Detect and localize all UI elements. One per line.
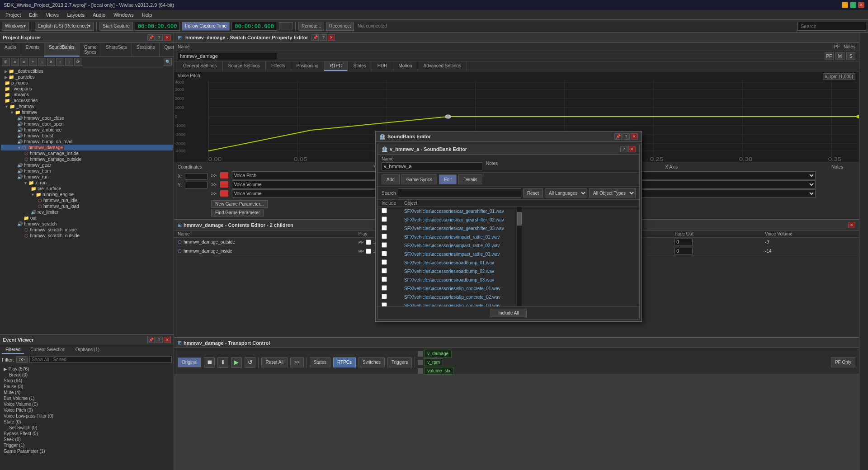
- sbe-checkbox-5[interactable]: [382, 242, 387, 248]
- sbe-file-path-12[interactable]: SFX\vehicles\accessories\slip_concrete_0…: [404, 303, 513, 307]
- ce-close-button[interactable]: ✕: [848, 222, 855, 228]
- tree-item-rev-limiter[interactable]: 🔊 rev_limiter: [1, 209, 173, 215]
- pe-tab-sessions[interactable]: Sessions: [132, 43, 160, 56]
- ce-fadeout-input-1[interactable]: [675, 239, 693, 245]
- sbe-type-dropdown[interactable]: All Object Types: [589, 188, 636, 197]
- menu-project[interactable]: Project: [2, 11, 24, 19]
- menu-views[interactable]: Views: [42, 11, 62, 19]
- ev-pin-button[interactable]: 📌: [147, 337, 155, 343]
- sbe-checkbox-8[interactable]: [382, 268, 387, 273]
- sbe-file-path-7[interactable]: SFX\vehicles\accessories\roadbump_01.wav: [404, 260, 513, 265]
- prop-help-button[interactable]: ?: [320, 34, 327, 41]
- sbe-file-path-6[interactable]: SFX\vehicles\accessories\impact_rattle_0…: [404, 252, 513, 257]
- close-button[interactable]: ✕: [858, 2, 864, 8]
- ev-seek[interactable]: Seek (0): [2, 437, 172, 442]
- axis-arrow-3[interactable]: >>: [211, 191, 217, 196]
- pe-help-button[interactable]: ?: [156, 34, 163, 41]
- tab-advanced-settings[interactable]: Advanced Settings: [418, 61, 467, 71]
- ev-mute[interactable]: Mute (4): [2, 390, 172, 395]
- tab-source-settings[interactable]: Source Settings: [223, 61, 266, 71]
- rtpcs-button[interactable]: RTPCs: [333, 357, 356, 367]
- sbe-file-path-2[interactable]: SFX\vehicles\accessories\car_gearshifter…: [404, 217, 513, 222]
- tree-item-run-idle[interactable]: ⬡ hmmwv_run_idle: [1, 197, 173, 203]
- pe-tool-5[interactable]: −: [38, 58, 46, 66]
- pe-tool-1[interactable]: ⊞: [2, 58, 10, 66]
- start-capture-button[interactable]: Start Capture: [99, 22, 132, 31]
- tree-item-damage-outside[interactable]: ⬡ hmmwv_damage_outside: [1, 156, 173, 162]
- minimize-button[interactable]: ─: [842, 2, 848, 8]
- y-input[interactable]: [185, 182, 208, 188]
- follow-capture-button[interactable]: Follow Capture Time: [182, 22, 230, 31]
- sbe-file-path-10[interactable]: SFX\vehicles\accessories\slip_concrete_0…: [404, 286, 513, 291]
- pf-only-button[interactable]: PF Only: [831, 357, 855, 367]
- sbe-outer-close-button[interactable]: ✕: [631, 133, 638, 140]
- sbe-help-button[interactable]: ?: [623, 133, 630, 140]
- sbe-reset-button[interactable]: Reset: [523, 188, 543, 197]
- language-dropdown[interactable]: English (US) (Reference)▾: [35, 22, 94, 31]
- tree-item-ropes[interactable]: 📁 p_ropes: [1, 80, 173, 86]
- sbe-file-path-1[interactable]: SFX\vehicles\accessories\car_gearshifter…: [404, 209, 513, 214]
- sbe-search-input[interactable]: [398, 188, 521, 197]
- tc-pause-button[interactable]: ⏸: [217, 357, 228, 368]
- menu-help[interactable]: Help: [138, 11, 156, 19]
- tab-motion[interactable]: Motion: [393, 61, 418, 71]
- sbe-checkbox-2[interactable]: [382, 216, 387, 222]
- pe-tab-sharesets[interactable]: ShareSets: [101, 43, 132, 56]
- pe-tab-gamesyncs[interactable]: Game Syncs: [80, 43, 101, 56]
- sbe-checkbox-6[interactable]: [382, 251, 387, 256]
- sbe-checkbox-12[interactable]: [382, 302, 387, 306]
- s-button[interactable]: S: [846, 52, 855, 60]
- tab-effects[interactable]: Effects: [266, 61, 291, 71]
- tree-item-scratch[interactable]: 🔊 hmmwv_scratch: [1, 221, 173, 227]
- sbe-vertical-scrollbar[interactable]: [516, 207, 522, 306]
- sbe-scroll-thumb[interactable]: [517, 212, 522, 226]
- pe-close-button[interactable]: ✕: [164, 34, 171, 41]
- tree-item-scratch-outside[interactable]: ⬡ hmmwv_scratch_outside: [1, 233, 173, 239]
- tree-item-particles[interactable]: ▶ 📁 _particles: [1, 74, 173, 80]
- sbe-checkbox-3[interactable]: [382, 225, 387, 230]
- menu-windows[interactable]: Windows: [110, 11, 137, 19]
- sbe-checkbox-11[interactable]: [382, 294, 387, 299]
- ev-tab-current[interactable]: Current Selection: [27, 346, 69, 354]
- ev-help-button[interactable]: ?: [156, 337, 163, 343]
- ev-stop[interactable]: Stop (64): [2, 378, 172, 384]
- ev-game-param[interactable]: Game Parameter (1): [2, 448, 172, 454]
- sbe-file-path-3[interactable]: SFX\vehicles\accessories\car_gearshifter…: [404, 226, 513, 231]
- menu-edit[interactable]: Edit: [25, 11, 41, 19]
- remote-button[interactable]: Remote...: [298, 22, 324, 31]
- ev-pause[interactable]: Pause (3): [2, 384, 172, 390]
- maximize-button[interactable]: □: [850, 2, 856, 8]
- pe-tool-search[interactable]: 🔍: [164, 58, 172, 66]
- tree-item-destructibles[interactable]: ▶ 📁 _destructibles: [1, 68, 173, 74]
- states-button[interactable]: States: [310, 357, 330, 367]
- sbe-pin-button[interactable]: 📌: [614, 133, 622, 140]
- ev-break[interactable]: Break (0): [2, 372, 172, 378]
- tc-play-button[interactable]: ▶: [231, 357, 242, 368]
- menu-layouts[interactable]: Layouts: [63, 11, 88, 19]
- ev-play[interactable]: ▶ Play (576): [2, 366, 172, 372]
- name-input-field[interactable]: [178, 52, 277, 60]
- pe-tab-events[interactable]: Events: [21, 43, 45, 56]
- sbe-edit-button[interactable]: Edit: [439, 174, 457, 184]
- tree-item-bump[interactable]: 🔊 hmmwv_bump_on_road: [1, 139, 173, 145]
- ev-close-button[interactable]: ✕: [164, 337, 171, 343]
- tab-rtpc[interactable]: RTPC: [324, 61, 348, 71]
- tree-item-scratch-inside[interactable]: ⬡ hmmwv_scratch_inside: [1, 227, 173, 233]
- pe-tool-7[interactable]: ↑: [56, 58, 64, 66]
- tree-item-horn[interactable]: 🔊 hmmwv_horn: [1, 168, 173, 174]
- pe-tool-2[interactable]: ≡: [11, 58, 19, 66]
- search-input[interactable]: [797, 22, 866, 31]
- ev-tab-filtered[interactable]: Filtered: [2, 346, 24, 354]
- m-button[interactable]: M: [835, 52, 844, 60]
- ev-bypass[interactable]: Bypass Effect (0): [2, 431, 172, 437]
- filter-btn[interactable]: >>: [16, 356, 28, 363]
- tree-item-door-close[interactable]: 🔊 hmmwv_door_close: [1, 115, 173, 121]
- sbe-language-dropdown[interactable]: All Languages: [545, 188, 587, 197]
- tree-item-hmmwv-root[interactable]: ▼ 📁 _hmmwv: [1, 103, 173, 109]
- pe-tab-soundbanks[interactable]: SoundBanks: [44, 43, 80, 56]
- find-game-param-button[interactable]: Find Game Parameter: [211, 209, 264, 216]
- new-game-param-button[interactable]: New Game Parameter...: [211, 200, 268, 208]
- tree-item-out[interactable]: 📁 out: [1, 215, 173, 221]
- tree-item-hmmwv[interactable]: ▼ 📁 hmmwv: [1, 109, 173, 115]
- menu-audio[interactable]: Audio: [89, 11, 109, 19]
